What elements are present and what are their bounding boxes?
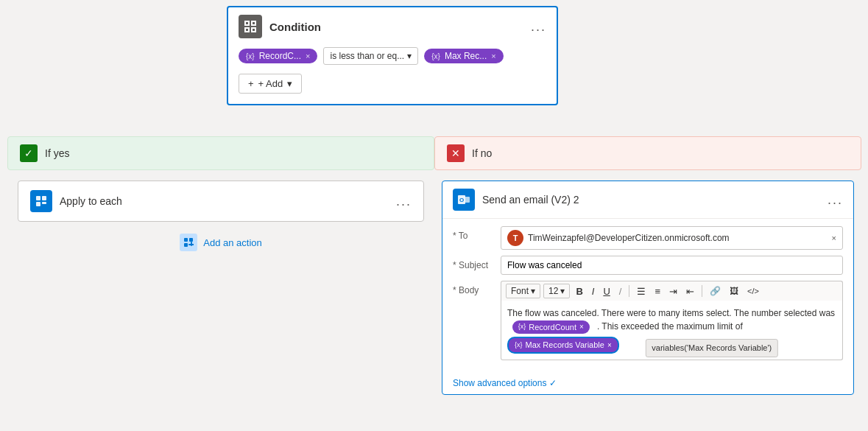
max-records-token[interactable]: {x} Max Rec... × bbox=[424, 49, 503, 63]
x-mark-icon: ✕ bbox=[451, 147, 460, 159]
condition-title: Condition bbox=[269, 21, 531, 33]
list-ol-button[interactable]: ≡ bbox=[652, 285, 663, 298]
if-no-label: If no bbox=[472, 147, 492, 159]
subject-label: * Subject bbox=[453, 256, 493, 270]
condition-block: Condition ... {x} RecordC... × is less t… bbox=[227, 6, 558, 105]
body-token1-label: RecordCount bbox=[529, 321, 576, 334]
body-token1-icon: {x} bbox=[518, 322, 526, 332]
send-email-more-options[interactable]: ... bbox=[828, 192, 843, 208]
link-button[interactable]: 🔗 bbox=[707, 285, 724, 297]
max-records-label: Max Rec... bbox=[445, 51, 487, 61]
send-email-block: O Send an email (V2) 2 ... * To T TimWei… bbox=[442, 181, 854, 395]
apply-each-icon bbox=[30, 190, 52, 212]
body-editor: Font ▾ 12 ▾ B I U / ☰ bbox=[501, 281, 843, 360]
show-advanced-options[interactable]: Show advanced options ✓ bbox=[442, 374, 853, 394]
font-size-selector[interactable]: 12 ▾ bbox=[543, 284, 570, 298]
record-count-body-token[interactable]: {x} RecordCount × bbox=[512, 320, 590, 334]
subject-value: Flow was canceled bbox=[507, 260, 582, 270]
record-count-token[interactable]: {x} RecordC... × bbox=[239, 49, 317, 63]
list-ul-button[interactable]: ☰ bbox=[634, 285, 649, 298]
slash-button[interactable]: / bbox=[616, 285, 625, 298]
body-content[interactable]: The flow was canceled. There were to man… bbox=[501, 301, 843, 360]
add-action-label: Add an action bbox=[203, 237, 262, 248]
to-label: * To bbox=[453, 226, 493, 241]
indent-button[interactable]: ⇥ bbox=[666, 285, 680, 298]
max-records-body-token[interactable]: {x} Max Records Variable × bbox=[507, 337, 619, 354]
to-email-remove-icon[interactable]: × bbox=[832, 234, 836, 242]
body-token1-close[interactable]: × bbox=[579, 321, 584, 332]
advanced-chevron-icon: ✓ bbox=[549, 378, 557, 388]
if-yes-branch: ✓ If yes Apply to each ... bbox=[7, 136, 434, 395]
show-advanced-label: Show advanced options bbox=[453, 378, 546, 388]
svg-text:O: O bbox=[459, 197, 464, 203]
add-condition-btn[interactable]: + + Add ▾ bbox=[239, 74, 546, 94]
add-action-btn[interactable]: Add an action bbox=[7, 234, 434, 251]
condition-row: {x} RecordC... × is less than or eq... ▾… bbox=[239, 47, 546, 65]
token-icon2: {x} bbox=[431, 52, 440, 60]
outdent-button[interactable]: ⇤ bbox=[683, 285, 697, 298]
to-field[interactable]: T TimWeinzapfel@DeveloperCitizen.onmicro… bbox=[501, 226, 843, 250]
apply-each-more-options[interactable]: ... bbox=[396, 194, 412, 209]
svg-rect-16 bbox=[188, 244, 194, 245]
svg-rect-9 bbox=[42, 196, 46, 200]
email-form: * To T TimWeinzapfel@DeveloperCitizen.on… bbox=[442, 219, 853, 374]
to-avatar: T bbox=[507, 230, 523, 246]
apply-each-block: Apply to each ... bbox=[18, 181, 424, 222]
svg-rect-11 bbox=[42, 202, 46, 204]
underline-button[interactable]: U bbox=[600, 285, 613, 298]
record-count-label: RecordC... bbox=[259, 51, 301, 61]
no-x-icon: ✕ bbox=[447, 144, 465, 162]
size-chevron-icon: ▾ bbox=[560, 286, 565, 296]
if-yes-label: If yes bbox=[45, 147, 69, 159]
svg-rect-14 bbox=[184, 243, 188, 247]
token-tooltip: variables('Max Records Variable') bbox=[645, 339, 778, 357]
record-count-close[interactable]: × bbox=[306, 52, 310, 60]
add-chevron-icon: ▾ bbox=[287, 78, 292, 89]
svg-rect-19 bbox=[465, 197, 470, 203]
condition-more-options[interactable]: ... bbox=[531, 19, 546, 35]
font-label: Font bbox=[511, 286, 529, 296]
bold-button[interactable]: B bbox=[573, 285, 585, 298]
if-yes-header: ✓ If yes bbox=[7, 136, 434, 170]
body-text2: . This exceeded the maximum limit of bbox=[597, 321, 743, 332]
send-email-title: Send an email (V2) 2 bbox=[482, 194, 820, 206]
yes-check-icon: ✓ bbox=[20, 144, 38, 162]
checkmark-icon: ✓ bbox=[24, 147, 33, 159]
add-label: + Add bbox=[258, 78, 283, 89]
body-token2-label: Max Records Variable bbox=[526, 339, 604, 351]
to-email-address: TimWeinzapfel@DeveloperCitizen.onmicroso… bbox=[528, 233, 828, 243]
to-row: * To T TimWeinzapfel@DeveloperCitizen.on… bbox=[453, 226, 843, 250]
italic-button[interactable]: I bbox=[589, 285, 598, 298]
if-no-header: ✕ If no bbox=[434, 136, 861, 170]
image-button[interactable]: 🖼 bbox=[727, 285, 741, 297]
send-email-header: O Send an email (V2) 2 ... bbox=[442, 181, 853, 219]
chevron-down-icon: ▾ bbox=[407, 51, 412, 61]
svg-rect-13 bbox=[189, 238, 193, 242]
subject-row: * Subject Flow was canceled bbox=[453, 256, 843, 275]
svg-rect-12 bbox=[184, 238, 188, 242]
max-records-close[interactable]: × bbox=[491, 52, 495, 60]
body-token2-icon: {x} bbox=[515, 340, 523, 351]
body-text1: The flow was canceled. There were to man… bbox=[507, 308, 835, 318]
add-button[interactable]: + + Add ▾ bbox=[239, 74, 302, 94]
body-row: * Body Font ▾ 12 ▾ B I bbox=[453, 281, 843, 360]
body-token2-close[interactable]: × bbox=[607, 340, 612, 351]
svg-rect-10 bbox=[36, 202, 40, 206]
token-icon: {x} bbox=[246, 52, 255, 60]
body-text-line1: The flow was canceled. There were to man… bbox=[507, 306, 836, 334]
if-no-branch: ✕ If no O Send an email (V2) 2 ... bbox=[434, 136, 861, 395]
svg-rect-6 bbox=[246, 29, 248, 31]
code-button[interactable]: </> bbox=[744, 286, 762, 296]
font-selector[interactable]: Font ▾ bbox=[506, 284, 540, 298]
outlook-icon: O bbox=[453, 189, 475, 211]
toolbar-separator2 bbox=[702, 285, 702, 297]
operator-dropdown[interactable]: is less than or eq... ▾ bbox=[323, 47, 418, 65]
font-chevron-icon: ▾ bbox=[531, 286, 535, 296]
branches-container: ✓ If yes Apply to each ... bbox=[7, 136, 861, 395]
svg-rect-8 bbox=[36, 196, 40, 200]
condition-header: Condition ... bbox=[239, 15, 546, 38]
toolbar-separator bbox=[629, 285, 629, 297]
subject-field[interactable]: Flow was canceled bbox=[501, 256, 843, 275]
body-toolbar: Font ▾ 12 ▾ B I U / ☰ bbox=[501, 281, 843, 301]
apply-each-left: Apply to each bbox=[30, 190, 122, 212]
